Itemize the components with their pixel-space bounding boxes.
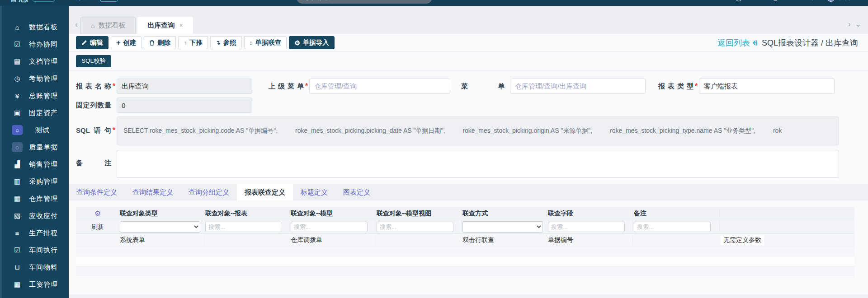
button-label: 编辑 bbox=[90, 38, 103, 47]
main-area: ‹ ⌂数据看板出库查询× › ⌄ 编辑+创建删除↑下推↴参照↕单据联查⚙单据导入… bbox=[69, 6, 868, 298]
sidebar-item-数据看板[interactable]: ⌂数据看板 bbox=[2, 19, 69, 36]
filter-select-联查方式[interactable] bbox=[462, 221, 543, 233]
column-header-联查对象--模型: 联查对象--模型 bbox=[290, 210, 376, 218]
单据联查-button[interactable]: ↕单据联查 bbox=[244, 36, 287, 49]
下推-button[interactable]: ↑下推 bbox=[178, 36, 208, 49]
table-settings-gear-icon[interactable]: ⚙ bbox=[94, 209, 101, 218]
user-avatar[interactable] bbox=[827, 0, 835, 2]
report-form: 报表名称* 上级菜单* 菜单 报表类型* 固定列数量 SQ bbox=[69, 70, 868, 178]
sidebar-item-工资管理[interactable]: ▦工资管理 bbox=[2, 276, 69, 293]
sidebar-item-采购管理[interactable]: ▥采购管理 bbox=[2, 173, 69, 190]
clock-icon: ◷ bbox=[12, 73, 23, 84]
table-row[interactable]: 系统表单仓库调拨单双击行联查单据编号无需定义参数 bbox=[76, 234, 854, 247]
column-header-联查方式: 联查方式 bbox=[462, 210, 547, 218]
document-tab-数据看板[interactable]: ⌂数据看板 bbox=[80, 17, 136, 34]
参照-button[interactable]: ↴参照 bbox=[210, 36, 242, 49]
sidebar-item-生产排程[interactable]: ≡生产排程 bbox=[2, 224, 69, 242]
filter-select-联查对象类型[interactable] bbox=[120, 221, 200, 233]
subtab-图表定义[interactable]: 图表定义 bbox=[335, 184, 378, 200]
tabs-dropdown-icon[interactable]: ⌄ bbox=[853, 20, 863, 34]
button-label: 单据导入 bbox=[303, 38, 329, 47]
sidebar-item-应收应付[interactable]: ▧应收应付 bbox=[2, 207, 69, 224]
remark-textarea[interactable] bbox=[117, 150, 839, 178]
sql-check-row: SQL校验 bbox=[69, 52, 868, 70]
sidebar-item-测试[interactable]: ⌂测试 bbox=[2, 121, 69, 139]
menu-input[interactable] bbox=[510, 79, 646, 94]
sidebar-item-总账管理[interactable]: ¥总账管理 bbox=[2, 87, 69, 104]
todo-icon: ☑ bbox=[12, 39, 23, 50]
theme-icon[interactable]: ◐ bbox=[753, 0, 761, 1]
parent-menu-input[interactable] bbox=[309, 79, 450, 94]
app-page: 睿思 SERP dev测试环境 PC端 搜索单据 ?◐◉✈⚙防截图 ⌂数据看板☑… bbox=[0, 0, 868, 298]
global-search-input[interactable]: 搜索单据 bbox=[297, 0, 432, 4]
button-label: 创建 bbox=[123, 38, 136, 47]
filter-search-联查字段[interactable] bbox=[548, 222, 625, 232]
table-row[interactable] bbox=[76, 247, 854, 256]
sidebar-item-待办协同[interactable]: ☑待办协同 bbox=[2, 36, 69, 53]
environment-badge: PC端 bbox=[100, 0, 118, 2]
button-label: 参照 bbox=[223, 38, 236, 47]
users-icon[interactable]: ◉ bbox=[771, 0, 779, 1]
plane-icon[interactable]: ✈ bbox=[790, 0, 798, 1]
subtab-查询条件定义[interactable]: 查询条件定义 bbox=[69, 184, 125, 200]
arrow-up-icon: ↑ bbox=[184, 39, 187, 46]
parent-menu-label: 上级菜单 bbox=[269, 82, 304, 91]
删除-button[interactable]: 删除 bbox=[144, 36, 176, 49]
table-header-row: ⚙联查对象类型联查对象--报表联查对象--模型联查对象--模型视图联查方式联查字… bbox=[76, 207, 854, 220]
subtab-查询分组定义[interactable]: 查询分组定义 bbox=[181, 184, 237, 200]
subtab-标题定义[interactable]: 标题定义 bbox=[293, 184, 335, 200]
filter-search-联查对象--报表[interactable] bbox=[205, 222, 282, 232]
sidebar-item-文档管理[interactable]: ▤文档管理 bbox=[2, 53, 69, 70]
home-icon: ⌂ bbox=[91, 22, 94, 29]
sidebar-item-车间物料[interactable]: ⊔车间物料 bbox=[2, 259, 69, 276]
button-label: 单据联查 bbox=[255, 38, 281, 47]
sidebar-item-车间执行[interactable]: ☑车间执行 bbox=[2, 242, 69, 259]
编辑-button[interactable]: 编辑 bbox=[76, 36, 108, 49]
sidebar-item-质量单据[interactable]: ◌质量单据 bbox=[2, 139, 69, 156]
settings-icon[interactable]: ⚙ bbox=[808, 0, 816, 1]
subtab-报表联查定义[interactable]: 报表联查定义 bbox=[237, 184, 293, 200]
report-type-input[interactable] bbox=[699, 79, 835, 94]
单据导入-button[interactable]: ⚙单据导入 bbox=[289, 36, 335, 49]
report-name-label: 报表名称 bbox=[76, 82, 111, 91]
sql-check-button[interactable]: SQL校验 bbox=[76, 55, 111, 67]
table-row[interactable] bbox=[76, 256, 854, 266]
form-row-1: 报表名称* 上级菜单* 菜单 报表类型* bbox=[76, 79, 868, 94]
back-to-list-link[interactable]: 返回列表 bbox=[717, 37, 759, 48]
top-navbar: 睿思 SERP dev测试环境 PC端 搜索单据 ?◐◉✈⚙防截图 bbox=[0, 0, 868, 6]
sql-label: SQL语句 bbox=[76, 126, 111, 135]
sidebar-item-考勤管理[interactable]: ◷考勤管理 bbox=[2, 70, 69, 87]
sidebar-item-label: 工资管理 bbox=[29, 280, 58, 289]
docs-icon: ▤ bbox=[12, 56, 23, 67]
schedule-icon: ≡ bbox=[12, 228, 23, 238]
sidebar-item-label: 仓库管理 bbox=[29, 195, 58, 203]
table-row[interactable] bbox=[76, 266, 854, 276]
record-panel: 编辑+创建删除↑下推↴参照↕单据联查⚙单据导入 返回列表 SQL报表设计器 / … bbox=[69, 34, 868, 294]
report-type-label: 报表类型 bbox=[658, 82, 693, 91]
sidebar-item-仓库管理[interactable]: ▦仓库管理 bbox=[2, 190, 69, 207]
form-row-2: 固定列数量 bbox=[76, 98, 868, 113]
warehouse-icon: ▦ bbox=[12, 193, 23, 204]
help-icon[interactable]: ? bbox=[735, 0, 742, 1]
close-icon[interactable]: × bbox=[179, 22, 183, 29]
filter-search-备注[interactable] bbox=[634, 222, 711, 232]
sidebar-item-固定资产[interactable]: ▣固定资产 bbox=[2, 104, 69, 121]
gear-icon: ⚙ bbox=[294, 39, 300, 47]
sidebar-item-label: 考勤管理 bbox=[29, 74, 58, 83]
table-cell: 仓库调拨单 bbox=[290, 236, 376, 244]
sidebar-item-质量管理[interactable]: #质量管理 bbox=[2, 293, 69, 298]
sidebar-item-销售管理[interactable]: ▟销售管理 bbox=[2, 156, 69, 173]
bottom-spacer bbox=[69, 276, 868, 294]
subtab-查询结果定义[interactable]: 查询结果定义 bbox=[125, 184, 181, 200]
tabs-scroll-right-icon[interactable]: › bbox=[846, 20, 853, 34]
document-tab-出库查询[interactable]: 出库查询× bbox=[137, 17, 193, 34]
search-icon bbox=[302, 0, 308, 1]
report-name-input[interactable] bbox=[117, 79, 252, 94]
tabs-scroll-left-icon[interactable]: ‹ bbox=[72, 20, 80, 34]
filter-search-联查对象--模型[interactable] bbox=[291, 222, 368, 232]
创建-button[interactable]: +创建 bbox=[111, 36, 142, 49]
ledger-icon: ¥ bbox=[12, 90, 23, 101]
fixed-columns-input[interactable] bbox=[117, 98, 252, 113]
refresh-button[interactable]: 刷新 bbox=[91, 223, 104, 231]
filter-search-联查对象--模型视图[interactable] bbox=[377, 222, 453, 232]
